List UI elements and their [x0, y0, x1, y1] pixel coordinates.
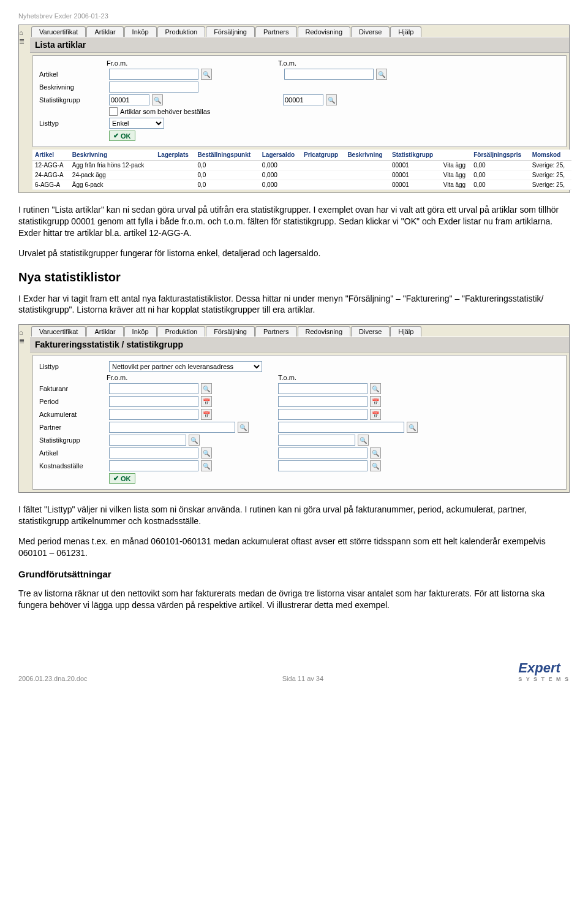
order-checkbox[interactable] [109, 107, 118, 116]
label-beskrivning: Beskrivning [39, 83, 107, 91]
table-row: 6-AGG-AÄgg 6-pack0,00,00000001Vita ägg0,… [32, 180, 571, 190]
tab-hjalp[interactable]: Hjälp [390, 326, 421, 337]
artikel-from-input[interactable] [109, 447, 198, 459]
paragraph: I rutinen "Lista artiklar" kan ni sedan … [18, 204, 570, 239]
search-icon[interactable]: 🔍 [326, 94, 337, 105]
from-header: Fr.o.m. [107, 59, 278, 67]
table-row: 12-AGG-AÄgg från fria höns 12-pack0,00,0… [32, 161, 571, 170]
label-listtyp: Listtyp [39, 120, 107, 127]
tab-partners[interactable]: Partners [255, 326, 297, 337]
calendar-icon[interactable]: 📅 [370, 396, 381, 407]
listtyp-select[interactable]: Enkel [109, 118, 164, 129]
search-icon[interactable]: 🔍 [376, 69, 387, 80]
ack-to-input[interactable] [278, 409, 368, 420]
partner-from-input[interactable] [109, 422, 235, 433]
search-icon[interactable]: 🔍 [238, 422, 249, 433]
beskrivning-input[interactable] [109, 82, 198, 93]
calendar-icon[interactable]: 📅 [370, 409, 381, 420]
to-header: T.o.m. [278, 374, 450, 381]
tab-partners[interactable]: Partners [255, 26, 297, 37]
period-to-input[interactable] [278, 396, 368, 407]
ok-button[interactable]: ✔ OK [109, 131, 135, 141]
calendar-icon[interactable]: 📅 [201, 396, 212, 407]
label-artikel: Artikel [39, 70, 107, 78]
statgrupp-from-input[interactable] [109, 435, 186, 446]
doc-header: Nyhetsbrev Exder 2006-01-23 [18, 12, 570, 20]
tab-produktion[interactable]: Produktion [157, 26, 206, 37]
page-footer: 2006.01.23.dna.20.doc Sida 11 av 34 Expe… [18, 660, 570, 682]
search-icon[interactable]: 🔍 [201, 69, 212, 80]
search-icon[interactable]: 🔍 [370, 383, 381, 394]
tab-hjalp[interactable]: Hjälp [390, 26, 421, 37]
period-from-input[interactable] [109, 396, 198, 407]
tab-redovisning[interactable]: Redovisning [298, 26, 351, 37]
statgrupp-to-input[interactable] [283, 94, 323, 105]
tab-forsaljning[interactable]: Försäljning [206, 26, 255, 37]
artikel-from-input[interactable] [109, 69, 198, 80]
table-row: 24-AGG-A24-pack ägg0,00,00000001Vita ägg… [32, 170, 571, 180]
home-icon[interactable]: ⌂ [19, 29, 30, 36]
kostnad-to-input[interactable] [278, 460, 368, 471]
from-header: Fr.o.m. [107, 374, 278, 381]
tab-forsaljning[interactable]: Försäljning [206, 326, 255, 337]
tab-artiklar[interactable]: Artiklar [86, 26, 123, 37]
artikel-to-input[interactable] [284, 69, 374, 80]
panel-title: Faktureringsstatistik / statistikgrupp [30, 337, 569, 352]
screenshot-lista-artiklar: ⌂ ≣ Varucertifikat Artiklar Inköp Produk… [18, 25, 570, 193]
search-icon[interactable]: 🔍 [370, 447, 381, 459]
fakturanr-to-input[interactable] [278, 383, 368, 394]
sidebar-icons: ⌂ ≣ [19, 25, 30, 192]
footer-page: Sida 11 av 34 [282, 675, 323, 682]
label-ackumulerat: Ackumulerat [39, 411, 107, 418]
tab-varucertifikat[interactable]: Varucertifikat [31, 26, 86, 37]
search-icon[interactable]: 🔍 [370, 460, 381, 471]
ok-button[interactable]: ✔ OK [109, 473, 135, 484]
tab-bar: Varucertifikat Artiklar Inköp Produktion… [30, 25, 569, 37]
search-icon[interactable]: 🔍 [189, 435, 200, 446]
search-icon[interactable]: 🔍 [201, 447, 212, 459]
label-period: Period [39, 398, 107, 405]
sidebar-icons: ⌂ ≣ [19, 325, 30, 492]
label-listtyp: Listtyp [39, 363, 107, 370]
partner-to-input[interactable] [278, 422, 404, 433]
ack-from-input[interactable] [109, 409, 198, 420]
paragraph: Tre av listorna räknar ut den nettovikt … [18, 588, 570, 611]
result-table: Artikel Beskrivning Lagerplats Beställni… [32, 150, 571, 190]
table-header-row: Artikel Beskrivning Lagerplats Beställni… [32, 150, 571, 161]
tab-artiklar[interactable]: Artiklar [86, 326, 123, 337]
search-icon[interactable]: 🔍 [407, 422, 418, 433]
search-icon[interactable]: 🔍 [358, 435, 369, 446]
home-icon[interactable]: ⌂ [19, 329, 30, 336]
tab-varucertifikat[interactable]: Varucertifikat [31, 326, 86, 337]
tab-diverse[interactable]: Diverse [351, 326, 390, 337]
paragraph: I fältet "Listtyp" väljer ni vilken list… [18, 504, 570, 527]
tab-produktion[interactable]: Produktion [157, 326, 206, 337]
statgrupp-to-input[interactable] [278, 435, 355, 446]
search-icon[interactable]: 🔍 [152, 94, 163, 105]
kostnad-from-input[interactable] [109, 460, 198, 471]
listtyp-select[interactable]: Nettovikt per partner och leveransadress [109, 361, 262, 372]
paragraph: Urvalet på statistikgrupper fungerar för… [18, 248, 570, 259]
label-fakturanr: Fakturanr [39, 385, 107, 392]
statgrupp-from-input[interactable] [109, 94, 149, 105]
tab-redovisning[interactable]: Redovisning [298, 326, 351, 337]
tab-diverse[interactable]: Diverse [351, 26, 390, 37]
list-icon[interactable]: ≣ [19, 37, 30, 45]
heading-nya-statistiklistor: Nya statistiklistor [18, 270, 570, 284]
label-partner: Partner [39, 424, 107, 431]
paragraph: Med period menas t.ex. en månad 060101-0… [18, 536, 570, 559]
tab-inkop[interactable]: Inköp [124, 326, 157, 337]
footer-filename: 2006.01.23.dna.20.doc [18, 675, 88, 682]
heading-grundforutsattningar: Grundförutsättningar [18, 569, 570, 579]
search-icon[interactable]: 🔍 [201, 383, 212, 394]
label-kostnadsstalle: Kostnadsställe [39, 462, 107, 470]
paragraph: I Exder har vi tagit fram ett antal nya … [18, 293, 570, 316]
artikel-to-input[interactable] [278, 447, 368, 459]
list-icon[interactable]: ≣ [19, 337, 30, 345]
fakturanr-from-input[interactable] [109, 383, 198, 394]
search-icon[interactable]: 🔍 [201, 460, 212, 471]
label-statgrupp: Statistikgrupp [39, 436, 107, 444]
tab-inkop[interactable]: Inköp [124, 26, 157, 37]
label-statgrupp: Statistikgrupp [39, 96, 107, 104]
calendar-icon[interactable]: 📅 [201, 409, 212, 420]
